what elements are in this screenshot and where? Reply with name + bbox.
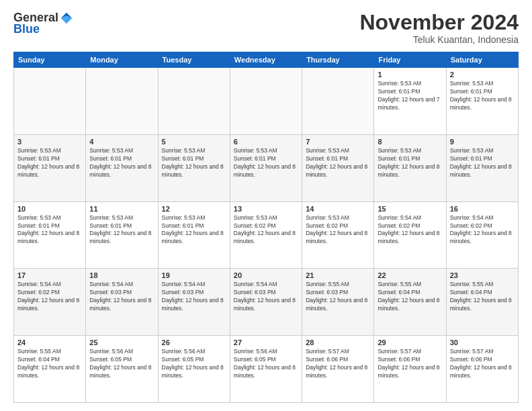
day-number: 22: [378, 271, 442, 279]
cell-info: Sunrise: 5:53 AMSunset: 6:01 PMDaylight:…: [89, 147, 154, 179]
header-row: SundayMondayTuesdayWednesdayThursdayFrid…: [14, 52, 519, 68]
cell-info: Sunrise: 5:53 AMSunset: 6:01 PMDaylight:…: [17, 147, 82, 179]
day-number: 3: [17, 138, 82, 146]
cell-info: Sunrise: 5:53 AMSunset: 6:01 PMDaylight:…: [17, 214, 82, 246]
week-row-0: 1Sunrise: 5:53 AMSunset: 6:01 PMDaylight…: [14, 68, 519, 135]
cell-info: Sunrise: 5:54 AMSunset: 6:02 PMDaylight:…: [378, 214, 442, 246]
cell-info: Sunrise: 5:55 AMSunset: 6:04 PMDaylight:…: [17, 348, 82, 380]
header-friday: Friday: [374, 52, 446, 68]
cell-info: Sunrise: 5:53 AMSunset: 6:01 PMDaylight:…: [162, 214, 226, 246]
logo-icon: [60, 11, 73, 25]
cell-info: Sunrise: 5:56 AMSunset: 6:05 PMDaylight:…: [162, 348, 226, 380]
week-row-2: 10Sunrise: 5:53 AMSunset: 6:01 PMDayligh…: [14, 201, 519, 269]
calendar-cell: 17Sunrise: 5:54 AMSunset: 6:02 PMDayligh…: [14, 269, 86, 336]
calendar-cell: 6Sunrise: 5:53 AMSunset: 6:01 PMDaylight…: [230, 134, 302, 201]
day-number: 5: [162, 138, 226, 146]
cell-info: Sunrise: 5:53 AMSunset: 6:01 PMDaylight:…: [306, 147, 370, 179]
calendar-cell: [86, 68, 158, 135]
header-tuesday: Tuesday: [158, 52, 230, 68]
cell-info: Sunrise: 5:54 AMSunset: 6:02 PMDaylight:…: [17, 281, 82, 313]
cell-info: Sunrise: 5:57 AMSunset: 6:06 PMDaylight:…: [306, 348, 370, 380]
cell-info: Sunrise: 5:55 AMSunset: 6:04 PMDaylight:…: [378, 281, 442, 313]
calendar-cell: 4Sunrise: 5:53 AMSunset: 6:01 PMDaylight…: [86, 134, 158, 201]
calendar-cell: 15Sunrise: 5:54 AMSunset: 6:02 PMDayligh…: [374, 201, 446, 269]
cell-info: Sunrise: 5:56 AMSunset: 6:05 PMDaylight:…: [89, 348, 154, 380]
calendar-cell: 12Sunrise: 5:53 AMSunset: 6:01 PMDayligh…: [158, 201, 230, 269]
calendar-cell: [302, 68, 374, 135]
day-number: 30: [450, 338, 515, 347]
calendar-cell: 8Sunrise: 5:53 AMSunset: 6:01 PMDaylight…: [374, 134, 446, 201]
logo: General Blue: [13, 11, 73, 36]
calendar-cell: 7Sunrise: 5:53 AMSunset: 6:01 PMDaylight…: [302, 134, 374, 201]
day-number: 8: [378, 138, 442, 146]
calendar-cell: 22Sunrise: 5:55 AMSunset: 6:04 PMDayligh…: [374, 269, 446, 336]
calendar-cell: 25Sunrise: 5:56 AMSunset: 6:05 PMDayligh…: [86, 336, 158, 403]
day-number: 6: [234, 138, 298, 146]
day-number: 12: [162, 205, 226, 213]
calendar-cell: 19Sunrise: 5:54 AMSunset: 6:03 PMDayligh…: [158, 269, 230, 336]
day-number: 24: [17, 338, 82, 347]
calendar-cell: 18Sunrise: 5:54 AMSunset: 6:03 PMDayligh…: [86, 269, 158, 336]
day-number: 25: [89, 338, 154, 347]
calendar-cell: 5Sunrise: 5:53 AMSunset: 6:01 PMDaylight…: [158, 134, 230, 201]
calendar-cell: 20Sunrise: 5:54 AMSunset: 6:03 PMDayligh…: [230, 269, 302, 336]
calendar-table: SundayMondayTuesdayWednesdayThursdayFrid…: [13, 52, 519, 403]
cell-info: Sunrise: 5:57 AMSunset: 6:06 PMDaylight:…: [378, 348, 442, 380]
cell-info: Sunrise: 5:55 AMSunset: 6:03 PMDaylight:…: [306, 281, 370, 313]
calendar-cell: 1Sunrise: 5:53 AMSunset: 6:01 PMDaylight…: [374, 68, 446, 135]
page: General Blue November 2024 Teluk Kuantan…: [0, 0, 532, 411]
day-number: 19: [162, 271, 226, 279]
calendar-cell: [230, 68, 302, 135]
day-number: 20: [234, 271, 298, 279]
day-number: 4: [89, 138, 154, 146]
calendar-cell: 28Sunrise: 5:57 AMSunset: 6:06 PMDayligh…: [302, 336, 374, 403]
cell-info: Sunrise: 5:53 AMSunset: 6:01 PMDaylight:…: [234, 147, 298, 179]
day-number: 16: [450, 205, 515, 213]
calendar-cell: 26Sunrise: 5:56 AMSunset: 6:05 PMDayligh…: [158, 336, 230, 403]
cell-info: Sunrise: 5:53 AMSunset: 6:01 PMDaylight:…: [89, 214, 154, 246]
cell-info: Sunrise: 5:54 AMSunset: 6:03 PMDaylight:…: [89, 281, 154, 313]
cell-info: Sunrise: 5:53 AMSunset: 6:01 PMDaylight:…: [450, 147, 515, 179]
header-sunday: Sunday: [14, 52, 86, 68]
cell-info: Sunrise: 5:53 AMSunset: 6:01 PMDaylight:…: [378, 80, 442, 112]
header-thursday: Thursday: [302, 52, 374, 68]
calendar-cell: 14Sunrise: 5:53 AMSunset: 6:02 PMDayligh…: [302, 201, 374, 269]
calendar-cell: 3Sunrise: 5:53 AMSunset: 6:01 PMDaylight…: [14, 134, 86, 201]
week-row-3: 17Sunrise: 5:54 AMSunset: 6:02 PMDayligh…: [14, 269, 519, 336]
day-number: 10: [17, 205, 82, 213]
day-number: 15: [378, 205, 442, 213]
calendar-cell: 10Sunrise: 5:53 AMSunset: 6:01 PMDayligh…: [14, 201, 86, 269]
calendar-cell: 29Sunrise: 5:57 AMSunset: 6:06 PMDayligh…: [374, 336, 446, 403]
calendar-cell: 16Sunrise: 5:54 AMSunset: 6:02 PMDayligh…: [446, 201, 518, 269]
calendar-cell: 13Sunrise: 5:53 AMSunset: 6:02 PMDayligh…: [230, 201, 302, 269]
day-number: 17: [17, 271, 82, 279]
title-section: November 2024 Teluk Kuantan, Indonesia: [359, 11, 519, 45]
cell-info: Sunrise: 5:54 AMSunset: 6:02 PMDaylight:…: [450, 214, 515, 246]
calendar-cell: 9Sunrise: 5:53 AMSunset: 6:01 PMDaylight…: [446, 134, 518, 201]
calendar-cell: 2Sunrise: 5:53 AMSunset: 6:01 PMDaylight…: [446, 68, 518, 135]
day-number: 11: [89, 205, 154, 213]
calendar-cell: 24Sunrise: 5:55 AMSunset: 6:04 PMDayligh…: [14, 336, 86, 403]
cell-info: Sunrise: 5:53 AMSunset: 6:01 PMDaylight:…: [162, 147, 226, 179]
cell-info: Sunrise: 5:53 AMSunset: 6:02 PMDaylight:…: [234, 214, 298, 246]
week-row-1: 3Sunrise: 5:53 AMSunset: 6:01 PMDaylight…: [14, 134, 519, 201]
day-number: 26: [162, 338, 226, 347]
cell-info: Sunrise: 5:54 AMSunset: 6:03 PMDaylight:…: [234, 281, 298, 313]
cell-info: Sunrise: 5:57 AMSunset: 6:06 PMDaylight:…: [450, 348, 515, 380]
cell-info: Sunrise: 5:54 AMSunset: 6:03 PMDaylight:…: [162, 281, 226, 313]
day-number: 2: [450, 71, 515, 79]
header-wednesday: Wednesday: [230, 52, 302, 68]
day-number: 1: [378, 71, 442, 79]
logo-blue: Blue: [13, 22, 40, 36]
header-saturday: Saturday: [446, 52, 518, 68]
day-number: 9: [450, 138, 515, 146]
day-number: 23: [450, 271, 515, 279]
location: Teluk Kuantan, Indonesia: [359, 34, 519, 45]
day-number: 27: [234, 338, 298, 347]
day-number: 13: [234, 205, 298, 213]
calendar-cell: 27Sunrise: 5:56 AMSunset: 6:05 PMDayligh…: [230, 336, 302, 403]
month-title: November 2024: [359, 11, 519, 34]
cell-info: Sunrise: 5:53 AMSunset: 6:01 PMDaylight:…: [450, 80, 515, 112]
day-number: 28: [306, 338, 370, 347]
day-number: 7: [306, 138, 370, 146]
